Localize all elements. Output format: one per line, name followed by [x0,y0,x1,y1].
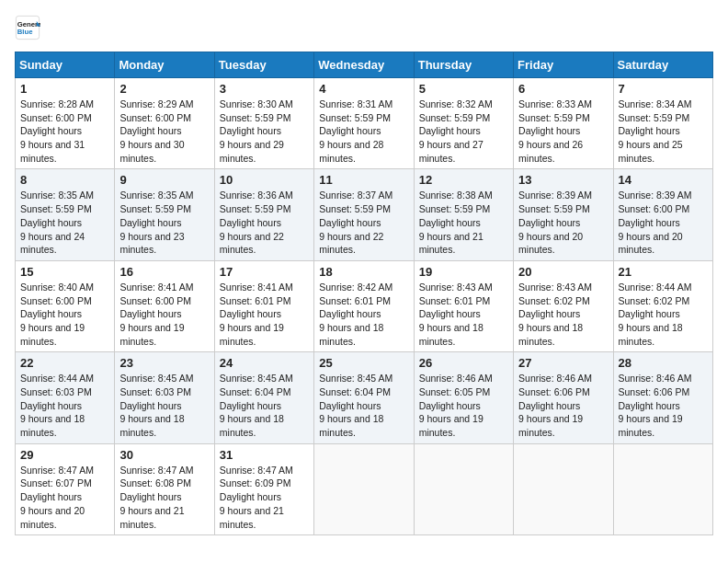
cell-content: Sunrise: 8:35 AM Sunset: 5:59 PM Dayligh… [20,189,109,256]
daylight-value: 9 hours and 18 minutes. [20,413,85,438]
day-number: 31 [220,448,309,462]
day-header: Friday [514,52,613,78]
cell-content: Sunrise: 8:46 AM Sunset: 6:06 PM Dayligh… [518,372,608,439]
daylight-label: Daylight hours [419,308,481,319]
sunrise-label: Sunrise: 8:42 AM [319,282,392,293]
day-number: 4 [319,82,408,96]
daylight-value: 9 hours and 18 minutes. [119,413,184,438]
logo: General Blue [15,15,44,40]
calendar-cell: 1 Sunrise: 8:28 AM Sunset: 6:00 PM Dayli… [16,78,115,169]
daylight-label: Daylight hours [518,125,580,136]
daylight-value: 9 hours and 25 minutes. [619,139,683,164]
day-number: 25 [319,356,408,370]
daylight-value: 9 hours and 19 minutes. [419,413,483,438]
daylight-label: Daylight hours [20,125,82,136]
sunset-label: Sunset: 6:09 PM [220,477,291,488]
cell-content: Sunrise: 8:41 AM Sunset: 6:01 PM Dayligh… [220,281,309,348]
calendar-cell: 26 Sunrise: 8:46 AM Sunset: 6:05 PM Dayl… [414,352,513,443]
calendar-week-row: 1 Sunrise: 8:28 AM Sunset: 6:00 PM Dayli… [16,78,713,169]
calendar-cell: 17 Sunrise: 8:41 AM Sunset: 6:01 PM Dayl… [214,260,313,351]
cell-content: Sunrise: 8:36 AM Sunset: 5:59 PM Dayligh… [220,189,309,256]
sunrise-label: Sunrise: 8:32 AM [419,98,493,109]
daylight-label: Daylight hours [220,308,281,319]
sunrise-label: Sunrise: 8:43 AM [419,282,493,293]
sunrise-label: Sunrise: 8:41 AM [220,282,293,293]
sunset-label: Sunset: 6:00 PM [119,112,191,123]
daylight-label: Daylight hours [319,400,381,411]
sunrise-label: Sunrise: 8:46 AM [619,373,692,384]
sunset-label: Sunset: 5:59 PM [419,112,491,123]
cell-content: Sunrise: 8:33 AM Sunset: 5:59 PM Dayligh… [518,98,608,165]
sunset-label: Sunset: 6:00 PM [20,112,92,123]
logo-icon: General Blue [15,15,40,40]
daylight-value: 9 hours and 29 minutes. [220,139,284,164]
daylight-label: Daylight hours [518,400,580,411]
cell-content: Sunrise: 8:39 AM Sunset: 5:59 PM Dayligh… [518,189,608,256]
daylight-value: 9 hours and 31 minutes. [20,139,85,164]
day-number: 20 [518,265,608,279]
daylight-value: 9 hours and 21 minutes. [119,505,184,530]
calendar-cell: 19 Sunrise: 8:43 AM Sunset: 6:01 PM Dayl… [414,260,513,351]
sunset-label: Sunset: 5:59 PM [319,203,391,214]
sunset-label: Sunset: 6:04 PM [319,386,391,397]
sunset-label: Sunset: 6:01 PM [419,295,491,306]
calendar-cell: 10 Sunrise: 8:36 AM Sunset: 5:59 PM Dayl… [214,169,313,260]
cell-content: Sunrise: 8:45 AM Sunset: 6:03 PM Dayligh… [119,372,209,439]
cell-content: Sunrise: 8:46 AM Sunset: 6:05 PM Dayligh… [419,372,508,439]
sunrise-label: Sunrise: 8:31 AM [319,98,392,109]
sunset-label: Sunset: 5:59 PM [619,112,690,123]
calendar-cell: 29 Sunrise: 8:47 AM Sunset: 6:07 PM Dayl… [16,443,115,534]
sunset-label: Sunset: 6:06 PM [518,386,590,397]
day-number: 5 [419,82,508,96]
daylight-value: 9 hours and 24 minutes. [20,231,85,256]
calendar-cell: 24 Sunrise: 8:45 AM Sunset: 6:04 PM Dayl… [214,352,313,443]
sunrise-label: Sunrise: 8:44 AM [20,373,94,384]
cell-content: Sunrise: 8:47 AM Sunset: 6:09 PM Dayligh… [220,464,309,531]
calendar-body: 1 Sunrise: 8:28 AM Sunset: 6:00 PM Dayli… [16,78,713,535]
day-number: 17 [220,265,309,279]
day-number: 23 [119,356,209,370]
sunrise-label: Sunrise: 8:39 AM [619,190,692,201]
calendar-cell: 4 Sunrise: 8:31 AM Sunset: 5:59 PM Dayli… [314,78,414,169]
daylight-value: 9 hours and 27 minutes. [419,139,483,164]
daylight-value: 9 hours and 18 minutes. [518,322,583,347]
cell-content: Sunrise: 8:34 AM Sunset: 5:59 PM Dayligh… [619,98,708,165]
daylight-label: Daylight hours [220,400,281,411]
daylight-value: 9 hours and 18 minutes. [419,322,483,347]
sunrise-label: Sunrise: 8:28 AM [20,98,94,109]
day-number: 13 [518,173,608,187]
sunset-label: Sunset: 5:59 PM [518,203,590,214]
daylight-value: 9 hours and 19 minutes. [619,413,683,438]
day-number: 7 [619,82,708,96]
cell-content: Sunrise: 8:45 AM Sunset: 6:04 PM Dayligh… [220,372,309,439]
sunrise-label: Sunrise: 8:47 AM [220,465,293,476]
calendar-cell [514,443,613,534]
day-number: 18 [319,265,408,279]
sunset-label: Sunset: 6:05 PM [419,386,491,397]
daylight-value: 9 hours and 20 minutes. [518,231,583,256]
cell-content: Sunrise: 8:40 AM Sunset: 6:00 PM Dayligh… [20,281,109,348]
sunrise-label: Sunrise: 8:37 AM [319,190,392,201]
day-number: 8 [20,173,109,187]
sunrise-label: Sunrise: 8:34 AM [619,98,692,109]
day-header: Monday [115,52,214,78]
daylight-label: Daylight hours [119,308,181,319]
daylight-value: 9 hours and 21 minutes. [220,505,284,530]
sunrise-label: Sunrise: 8:40 AM [20,282,94,293]
cell-content: Sunrise: 8:47 AM Sunset: 6:08 PM Dayligh… [119,464,209,531]
calendar-cell: 25 Sunrise: 8:45 AM Sunset: 6:04 PM Dayl… [314,352,414,443]
calendar-cell: 11 Sunrise: 8:37 AM Sunset: 5:59 PM Dayl… [314,169,414,260]
day-number: 10 [220,173,309,187]
svg-text:Blue: Blue [17,28,33,36]
sunrise-label: Sunrise: 8:43 AM [518,282,592,293]
cell-content: Sunrise: 8:32 AM Sunset: 5:59 PM Dayligh… [419,98,508,165]
day-number: 6 [518,82,608,96]
daylight-label: Daylight hours [619,217,680,228]
sunset-label: Sunset: 5:59 PM [119,203,191,214]
calendar-week-row: 22 Sunrise: 8:44 AM Sunset: 6:03 PM Dayl… [16,352,713,443]
sunrise-label: Sunrise: 8:39 AM [518,190,592,201]
daylight-label: Daylight hours [319,125,381,136]
sunrise-label: Sunrise: 8:44 AM [619,282,692,293]
calendar-cell: 18 Sunrise: 8:42 AM Sunset: 6:01 PM Dayl… [314,260,414,351]
cell-content: Sunrise: 8:47 AM Sunset: 6:07 PM Dayligh… [20,464,109,531]
